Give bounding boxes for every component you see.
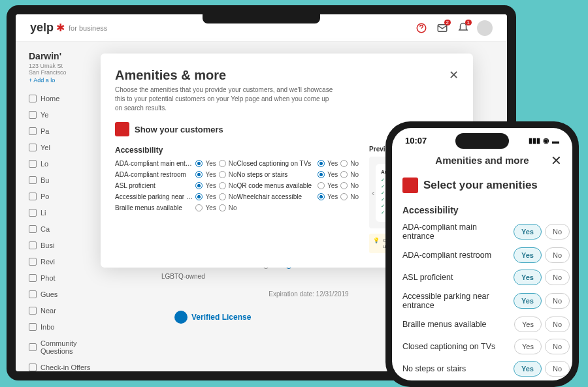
yes-pill[interactable]: Yes	[514, 317, 542, 332]
nav-icon	[29, 343, 37, 351]
radio-yes[interactable]	[195, 204, 203, 211]
amenity-label: No steps or stairs	[402, 364, 510, 373]
radio-yes[interactable]	[195, 182, 203, 189]
phone-page-title: Amenities and more	[435, 155, 529, 166]
chevron-left-icon[interactable]: ‹	[372, 188, 374, 198]
signal-icon: ▮▮▮	[529, 136, 540, 145]
logo-text: yelp	[30, 21, 54, 35]
yes-pill[interactable]: Yes	[514, 224, 542, 240]
radio-no[interactable]	[219, 204, 226, 211]
radio-no[interactable]	[340, 171, 348, 178]
battery-icon: ▬	[552, 137, 559, 145]
nav-checkin[interactable]: Check-in Offers	[29, 362, 110, 373]
verified-license-label: Verified License	[191, 313, 251, 322]
bell-badge: 1	[465, 20, 472, 25]
nav-community[interactable]: Community Questions	[29, 337, 110, 357]
nav-item[interactable]: Yel	[29, 142, 110, 153]
business-name: Darwin'	[29, 51, 110, 61]
add-location-link[interactable]: + Add a lo	[29, 77, 110, 84]
nav-item[interactable]: Pa	[29, 125, 110, 137]
radio-yes[interactable]	[318, 160, 325, 167]
storefront-icon	[115, 122, 129, 136]
no-pill[interactable]: No	[545, 339, 570, 354]
no-pill[interactable]: No	[545, 361, 570, 377]
home-icon	[29, 95, 37, 102]
phone-time: 10:07	[405, 136, 427, 146]
radio-yes[interactable]	[318, 193, 325, 200]
yes-pill[interactable]: Yes	[514, 270, 542, 285]
yes-pill[interactable]: Yes	[514, 247, 542, 263]
phone-notch	[455, 133, 509, 149]
radio-no[interactable]	[340, 182, 348, 189]
bulb-icon: 💡	[373, 238, 380, 249]
close-icon[interactable]: ✕	[551, 153, 562, 168]
laptop-notch	[203, 14, 320, 23]
nav-item[interactable]: Near	[29, 305, 110, 317]
mail-icon[interactable]: 2	[435, 21, 449, 35]
no-pill[interactable]: No	[545, 224, 570, 240]
amenity-label: Braille menus available	[402, 320, 511, 329]
accessibility-title: Accessibility	[392, 201, 572, 219]
nav-item[interactable]: Ca	[29, 223, 110, 235]
amenity-label: QR code menus available	[237, 182, 318, 189]
radio-no[interactable]	[219, 171, 226, 178]
nav-icon	[29, 274, 37, 282]
nav-icon	[29, 160, 37, 168]
support-icon[interactable]	[414, 21, 429, 35]
nav-item[interactable]: Lo	[29, 158, 110, 170]
avatar[interactable]	[477, 20, 493, 36]
nav-icon	[29, 209, 37, 217]
nav-item[interactable]: Gues	[29, 288, 110, 300]
nav-deals[interactable]: Deals & Gift Certificates	[29, 378, 110, 380]
radio-no[interactable]	[219, 193, 226, 200]
nav-item[interactable]: Po	[29, 191, 110, 202]
radio-yes[interactable]	[318, 171, 325, 178]
radio-no[interactable]	[219, 182, 226, 189]
nav-item[interactable]: Inbo	[29, 321, 110, 333]
no-pill[interactable]: No	[545, 247, 570, 263]
nav-icon	[29, 290, 37, 298]
radio-no[interactable]	[340, 160, 348, 167]
radio-no[interactable]	[219, 160, 226, 167]
storefront-icon	[402, 178, 418, 193]
bell-icon[interactable]: 1	[456, 21, 470, 35]
radio-no[interactable]	[340, 193, 348, 200]
yes-pill[interactable]: Yes	[514, 361, 542, 377]
amenity-label: Closed captioning on TVs	[402, 342, 511, 351]
no-pill[interactable]: No	[545, 270, 570, 285]
amenity-label: Wheelchair accessible	[237, 193, 318, 200]
radio-yes[interactable]	[195, 171, 203, 178]
no-pill[interactable]: No	[545, 317, 570, 332]
nav-icon	[29, 176, 37, 184]
nav-home[interactable]: Home	[29, 93, 110, 104]
radio-yes[interactable]	[195, 160, 203, 167]
nav-item[interactable]: Busi	[29, 240, 110, 251]
nav-item[interactable]: Phot	[29, 272, 110, 284]
nav-icon	[29, 307, 37, 315]
lgbtq-label: LGBTQ-owned	[161, 273, 205, 280]
yes-pill[interactable]: Yes	[514, 293, 542, 309]
yes-pill[interactable]: Yes	[514, 339, 542, 354]
amenity-label: ADA-compliant main entrance	[402, 223, 510, 241]
amenity-label: ADA-compliant restroom	[402, 251, 510, 260]
close-icon[interactable]: ✕	[449, 68, 459, 82]
phone-frame: 10:07 ▮▮▮◉▬ Amenities and more ✕ Select …	[385, 121, 579, 387]
radio-yes[interactable]	[318, 182, 325, 189]
amenity-label: No steps or stairs	[237, 171, 318, 178]
modal-subtitle: Choose the amenities that you provide yo…	[115, 85, 337, 113]
nav-icon	[29, 193, 37, 200]
radio-yes[interactable]	[195, 193, 203, 200]
yelp-logo[interactable]: yelp ✱	[30, 21, 65, 35]
nav-item[interactable]: Li	[29, 207, 110, 219]
nav-icon	[29, 225, 37, 233]
nav-item[interactable]: Ye	[29, 109, 110, 121]
nav-item[interactable]: Bu	[29, 174, 110, 186]
amenity-label: ASL proficient	[402, 273, 510, 282]
no-pill[interactable]: No	[545, 293, 570, 309]
amenity-label: Closed captioning on TVs	[237, 160, 318, 167]
amenity-label: Accessible parking near entrance	[402, 292, 510, 310]
verified-badge-icon	[174, 311, 188, 324]
wifi-icon: ◉	[543, 136, 549, 145]
nav-icon	[29, 364, 37, 371]
nav-item[interactable]: Revi	[29, 256, 110, 268]
